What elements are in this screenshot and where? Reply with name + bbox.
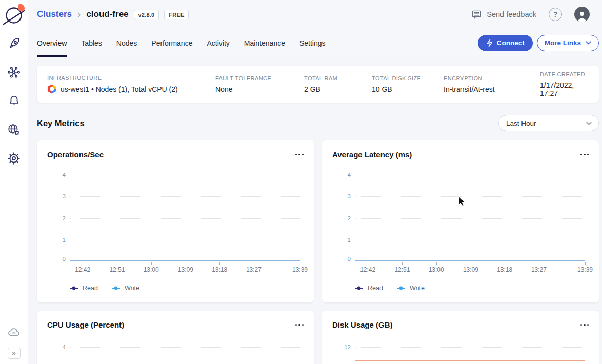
lightning-bolt-icon	[486, 39, 493, 47]
main-content: INFRASTRUCTURE us-west1 • Nodes (1), Tot…	[28, 57, 602, 364]
gridline: 12	[355, 347, 585, 348]
chart-title: Disk Usage (GB)	[332, 320, 393, 329]
chart-legend: Read Write	[354, 285, 425, 292]
chart-title: CPU Usage (Percent)	[47, 320, 124, 329]
chart-card-cpu: CPU Usage (Percent) 4	[37, 311, 314, 364]
tab-overview[interactable]: Overview	[37, 29, 67, 57]
tab-nodes[interactable]: Nodes	[116, 29, 137, 57]
gridline: 4	[70, 347, 300, 348]
time-range-select[interactable]: Last Hour	[498, 115, 599, 131]
info-total-disk-size: TOTAL DISK SIZE 10 GB	[372, 75, 444, 93]
sidebar-item-alerts[interactable]	[7, 94, 21, 108]
sidebar-nav	[7, 36, 21, 165]
breadcrumb-separator-icon: ›	[77, 9, 81, 20]
charts-grid: Operations/Sec 4 3 2 1 0 12:42 12:51 13:…	[37, 140, 599, 364]
connect-label: Connect	[497, 39, 525, 47]
globe-gear-icon	[7, 123, 21, 136]
help-question-icon: ?	[553, 10, 558, 18]
person-icon	[575, 10, 589, 22]
info-fault-tolerance: FAULT TOLERANCE None	[215, 75, 304, 93]
chevron-down-icon	[586, 41, 591, 45]
gcp-hexagon-icon	[47, 85, 56, 94]
chart-title: Average Latency (ms)	[332, 150, 412, 159]
time-range-value: Last Hour	[506, 119, 536, 127]
legend-read[interactable]: Read	[69, 285, 98, 292]
chart-card-operations: Operations/Sec 4 3 2 1 0 12:42 12:51 13:…	[37, 140, 314, 302]
sidebar-item-topology[interactable]	[7, 65, 21, 79]
ellipsis-menu-icon[interactable]	[580, 321, 589, 329]
ellipsis-menu-icon[interactable]	[580, 151, 589, 159]
plot-area: 4 3 2 1 0 12:42 12:51 13:00 13:09 13:18 …	[355, 175, 585, 261]
version-badge: v2.8.0	[134, 10, 159, 19]
ellipsis-menu-icon[interactable]	[295, 151, 304, 159]
x-axis-line: 0	[70, 260, 300, 261]
tab-tables[interactable]: Tables	[81, 29, 102, 57]
plan-badge: FREE	[164, 10, 189, 19]
x-axis-line: 0	[355, 260, 585, 261]
top-header: Clusters › cloud-free v2.8.0 FREE Send f…	[28, 0, 602, 29]
sidebar-item-settings[interactable]	[7, 151, 21, 165]
legend-write[interactable]: Write	[396, 285, 425, 292]
send-feedback-button[interactable]: Send feedback	[471, 9, 536, 20]
ellipsis-menu-icon[interactable]	[295, 321, 304, 329]
user-avatar[interactable]	[574, 7, 590, 22]
chart-title: Operations/Sec	[47, 150, 104, 159]
cluster-overview-page: » Clusters › cloud-free v2.8.0 FREE Send…	[0, 0, 602, 364]
more-links-label: More Links	[545, 39, 581, 47]
sidebar-item-regions[interactable]	[7, 123, 21, 136]
plot-area: 4 3 2 1 0 12:42 12:51 13:00 13:09 13:18 …	[70, 175, 300, 261]
more-links-button[interactable]: More Links	[537, 35, 599, 51]
legend-read[interactable]: Read	[354, 285, 383, 292]
sidebar-bottom: »	[7, 326, 21, 364]
tabs: Overview Tables Nodes Performance Activi…	[37, 29, 326, 57]
cloud-status-item[interactable]	[7, 326, 21, 339]
header-right: Send feedback ?	[471, 7, 590, 22]
help-button[interactable]: ?	[549, 8, 562, 21]
breadcrumb-cluster-name: cloud-free	[86, 9, 128, 19]
feedback-bubble-icon	[471, 9, 482, 20]
chevron-down-icon	[586, 122, 592, 125]
info-date-created: DATE CREATED 1/17/2022, 17:27	[540, 71, 589, 97]
sidebar-expand-button[interactable]: »	[8, 348, 21, 359]
connect-button[interactable]: Connect	[478, 35, 533, 51]
chart-legend: Read Write	[69, 285, 139, 292]
tab-performance[interactable]: Performance	[151, 29, 192, 57]
info-encryption: ENCRYPTION In-transit/At-rest	[444, 75, 540, 93]
chart-card-disk: Disk Usage (GB) 12	[322, 311, 599, 364]
disk-capacity-line	[355, 360, 585, 361]
key-metrics-title: Key Metrics	[37, 118, 85, 128]
write-series-marker-icon	[111, 286, 121, 290]
legend-write[interactable]: Write	[111, 285, 139, 292]
rocket-icon	[7, 37, 21, 50]
cluster-info-card: INFRASTRUCTURE us-west1 • Nodes (1), Tot…	[37, 66, 599, 103]
tab-actions: Connect More Links	[478, 35, 599, 51]
send-feedback-label: Send feedback	[487, 10, 536, 18]
key-metrics-row: Key Metrics Last Hour	[37, 115, 599, 131]
gear-icon	[7, 152, 21, 165]
read-series-marker-icon	[69, 286, 78, 290]
write-series-marker-icon	[396, 286, 406, 290]
info-total-ram: TOTAL RAM 2 GB	[304, 75, 372, 93]
tab-activity[interactable]: Activity	[207, 29, 229, 57]
cloud-icon	[7, 326, 21, 339]
tab-settings[interactable]: Settings	[299, 29, 326, 57]
planet-rocket-logo[interactable]	[2, 3, 26, 26]
bell-icon	[8, 94, 21, 107]
sidebar-item-cluster[interactable]	[7, 36, 21, 50]
tab-bar: Overview Tables Nodes Performance Activi…	[28, 29, 602, 57]
breadcrumb-clusters-link[interactable]: Clusters	[37, 9, 72, 19]
sidebar: »	[0, 0, 28, 364]
tab-maintenance[interactable]: Maintenance	[244, 29, 285, 57]
network-nodes-icon	[7, 66, 21, 79]
read-series-marker-icon	[354, 286, 364, 290]
chart-card-latency: Average Latency (ms) 4 3 2 1 0 12:42 12:…	[322, 140, 599, 302]
info-infrastructure: INFRASTRUCTURE us-west1 • Nodes (1), Tot…	[47, 75, 215, 94]
